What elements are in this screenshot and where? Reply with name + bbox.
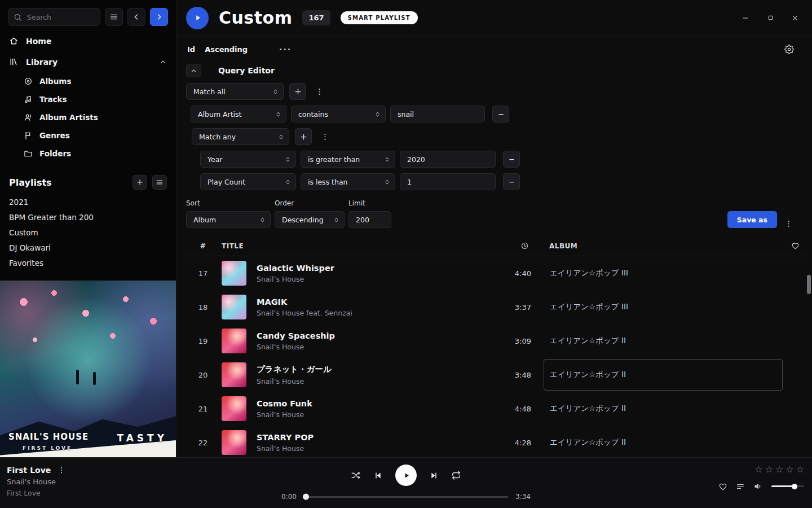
playlist-list-button[interactable] <box>152 175 167 190</box>
track-artist[interactable]: Snail’s House <box>257 343 486 351</box>
rule-group-menu-button[interactable] <box>317 133 333 141</box>
menu-button[interactable] <box>105 8 123 26</box>
track-album-art[interactable] <box>222 362 246 387</box>
star-icon[interactable]: ☆ <box>754 465 762 474</box>
column-title[interactable]: TITLE <box>222 242 486 250</box>
track-album-art[interactable] <box>222 430 246 455</box>
star-icon[interactable]: ☆ <box>765 465 773 474</box>
table-row[interactable]: 19 Candy Spaceship Snail’s House 3:09 エイ… <box>184 324 807 358</box>
track-album-art[interactable] <box>222 396 246 421</box>
track-artist[interactable]: Snail’s House feat. Sennzai <box>257 309 486 317</box>
track-album[interactable]: エイリアン☆ポップ II <box>544 427 783 457</box>
favorite-column-heart-icon[interactable] <box>783 242 807 250</box>
shuffle-button[interactable] <box>351 470 361 480</box>
track-album[interactable]: エイリアン☆ポップ II <box>544 325 783 357</box>
now-playing-title[interactable]: First Love <box>7 466 51 475</box>
add-rule-button[interactable] <box>289 83 306 100</box>
more-options-button[interactable]: ··· <box>279 45 292 54</box>
track-title[interactable]: Cosmo Funk <box>257 399 486 408</box>
rule-value-input[interactable] <box>400 173 496 190</box>
settings-button[interactable] <box>783 43 795 55</box>
rule-operator-select[interactable]: is less than <box>301 173 395 190</box>
track-title[interactable]: Galactic Whisper <box>257 264 486 273</box>
sidebar-item-tracks[interactable]: Tracks <box>0 90 176 108</box>
rule-group-menu-button[interactable] <box>312 87 327 96</box>
remove-rule-button[interactable] <box>503 173 520 190</box>
scrollbar-thumb[interactable] <box>807 275 811 294</box>
now-playing-menu-button[interactable] <box>58 466 65 474</box>
remove-rule-button[interactable] <box>492 106 509 122</box>
table-row[interactable]: 20 プラネット・ガール Snail’s House 3:48 エイリアン☆ポッ… <box>184 358 807 392</box>
now-playing-artist[interactable]: Snail's House <box>7 478 65 486</box>
rule-operator-select[interactable]: contains <box>291 106 386 122</box>
play-playlist-button[interactable] <box>186 7 209 29</box>
sidebar-item-folders[interactable]: Folders <box>0 144 176 163</box>
track-title[interactable]: Candy Spaceship <box>257 331 486 340</box>
remove-rule-button[interactable] <box>503 151 520 168</box>
playlist-item[interactable]: Favorites <box>0 256 176 271</box>
save-menu-button[interactable] <box>781 220 796 228</box>
collapse-query-editor-button[interactable] <box>186 64 201 77</box>
duration-column-clock-icon[interactable] <box>486 242 537 250</box>
now-playing-album-art[interactable]: SNAIL'S HOUSE FIRST LOVE TASTY <box>0 281 176 457</box>
nav-forward-button[interactable] <box>150 8 168 26</box>
star-icon[interactable]: ☆ <box>796 465 804 474</box>
chevron-up-icon[interactable] <box>159 58 167 66</box>
limit-input[interactable] <box>348 211 391 228</box>
column-number[interactable]: # <box>184 242 222 250</box>
sidebar-item-album-artists[interactable]: Album Artists <box>0 108 176 126</box>
table-row[interactable]: 22 STARRY POP Snail’s House 4:28 エイリアン☆ポ… <box>184 426 807 457</box>
playlist-item[interactable]: 2021 <box>0 195 176 210</box>
track-artist[interactable]: Snail’s House <box>257 377 486 386</box>
track-album-art[interactable] <box>222 295 246 319</box>
sort-field-button[interactable]: Id <box>187 45 195 54</box>
playlist-item[interactable]: BPM Greater than 200 <box>0 210 176 225</box>
play-pause-button[interactable] <box>395 465 417 486</box>
table-row[interactable]: 18 MAGIK Snail’s House feat. Sennzai 3:3… <box>184 290 807 324</box>
repeat-button[interactable] <box>451 470 461 480</box>
nav-back-button[interactable] <box>127 8 145 26</box>
playlist-item[interactable]: Custom <box>0 225 176 240</box>
star-icon[interactable]: ☆ <box>785 465 793 474</box>
rule-value-input[interactable] <box>390 106 485 122</box>
now-playing-album[interactable]: First Love <box>7 489 65 497</box>
sidebar-item-home[interactable]: Home <box>0 30 176 51</box>
volume-button[interactable] <box>753 481 763 491</box>
track-title[interactable]: MAGIK <box>257 297 486 306</box>
rule-operator-select[interactable]: is greater than <box>301 151 395 168</box>
add-playlist-button[interactable] <box>133 175 147 190</box>
rule-field-select[interactable]: Year <box>200 151 296 168</box>
favorite-button[interactable] <box>718 482 727 491</box>
seek-slider[interactable] <box>304 496 508 498</box>
search-box[interactable] <box>8 8 100 26</box>
table-row[interactable]: 21 Cosmo Funk Snail’s House 4:48 エイリアン☆ポ… <box>184 392 807 426</box>
sort-select[interactable]: Album <box>186 211 271 228</box>
match-any-select[interactable]: Match any <box>192 128 289 145</box>
track-album-art[interactable] <box>222 329 246 353</box>
rule-value-input[interactable] <box>400 151 496 168</box>
close-button[interactable] <box>783 7 807 29</box>
sidebar-item-library[interactable]: Library <box>0 51 176 72</box>
track-album-focused[interactable]: エイリアン☆ポップ II <box>544 359 783 391</box>
track-artist[interactable]: Snail’s House <box>257 410 486 419</box>
next-track-button[interactable] <box>429 471 439 480</box>
column-album[interactable]: ALBUM <box>537 242 783 250</box>
search-input[interactable] <box>26 12 95 22</box>
track-album-art[interactable] <box>222 261 246 286</box>
add-rule-button[interactable] <box>295 128 312 145</box>
track-album[interactable]: エイリアン☆ポップ III <box>544 291 783 323</box>
volume-slider-thumb[interactable] <box>792 484 797 489</box>
maximize-button[interactable] <box>758 7 783 29</box>
rule-field-select[interactable]: Album Artist <box>191 106 286 122</box>
save-as-button[interactable]: Save as <box>727 211 777 228</box>
match-all-select[interactable]: Match all <box>186 83 284 100</box>
track-artist[interactable]: Snail’s House <box>257 275 486 283</box>
minimize-button[interactable] <box>733 7 758 29</box>
order-select[interactable]: Descending <box>275 211 345 228</box>
track-title[interactable]: STARRY POP <box>257 433 486 442</box>
rule-field-select[interactable]: Play Count <box>200 173 296 190</box>
track-album[interactable]: エイリアン☆ポップ III <box>544 257 783 289</box>
seek-slider-thumb[interactable] <box>303 494 309 500</box>
star-icon[interactable]: ☆ <box>775 465 783 474</box>
volume-slider[interactable] <box>771 485 804 487</box>
